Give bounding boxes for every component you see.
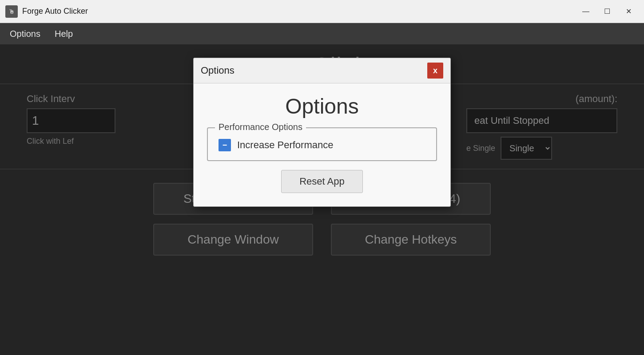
minimize-button[interactable]: — [576, 4, 596, 20]
performance-options-group: Performance Options − Increase Performan… [207, 127, 437, 161]
modal-body: Options Performance Options − Increase P… [194, 83, 450, 206]
main-content: Auto Clicker Click Interv Click with Lef… [0, 44, 644, 355]
options-modal: Options x Options Performance Options − … [193, 58, 451, 207]
menu-options[interactable]: Options [4, 26, 47, 42]
modal-close-button[interactable]: x [427, 63, 443, 79]
modal-titlebar: Options x [194, 58, 450, 83]
increase-performance-checkbox[interactable]: − [219, 139, 231, 151]
title-bar-left: 🖱 Forge Auto Clicker [5, 5, 88, 18]
app-icon: 🖱 [5, 5, 18, 18]
modal-overlay: Options x Options Performance Options − … [0, 44, 644, 355]
title-bar-controls: — ☐ ✕ [576, 4, 639, 20]
modal-title: Options [201, 65, 235, 76]
reset-app-button[interactable]: Reset App [281, 170, 363, 193]
increase-performance-row: − Increase Performance [219, 139, 425, 151]
window-close-button[interactable]: ✕ [618, 4, 639, 20]
checkbox-minus-icon: − [223, 141, 227, 150]
maximize-button[interactable]: ☐ [597, 4, 617, 20]
perf-group-legend: Performance Options [215, 122, 306, 132]
app-title: Forge Auto Clicker [22, 7, 88, 16]
increase-performance-label: Increase Performance [237, 139, 333, 151]
modal-heading: Options [285, 94, 358, 118]
title-bar: 🖱 Forge Auto Clicker — ☐ ✕ [0, 0, 644, 23]
menu-help[interactable]: Help [48, 26, 79, 42]
menu-bar: Options Help [0, 23, 644, 44]
